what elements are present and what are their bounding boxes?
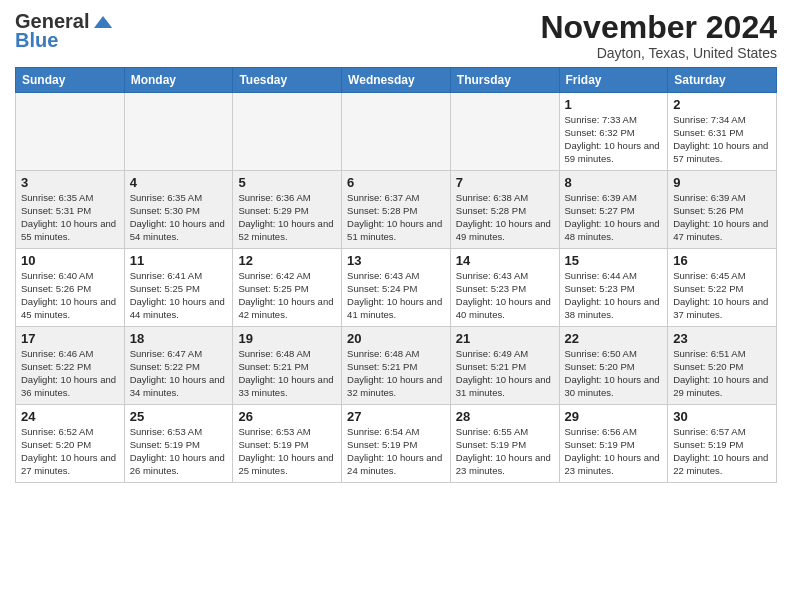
day-number: 14 [456, 253, 554, 268]
table-row [233, 93, 342, 171]
calendar-week-row: 1Sunrise: 7:33 AMSunset: 6:32 PMDaylight… [16, 93, 777, 171]
day-number: 3 [21, 175, 119, 190]
day-number: 27 [347, 409, 445, 424]
day-detail: Sunrise: 6:48 AMSunset: 5:21 PMDaylight:… [347, 348, 445, 399]
table-row: 3Sunrise: 6:35 AMSunset: 5:31 PMDaylight… [16, 171, 125, 249]
day-number: 6 [347, 175, 445, 190]
table-row: 11Sunrise: 6:41 AMSunset: 5:25 PMDayligh… [124, 249, 233, 327]
day-detail: Sunrise: 6:56 AMSunset: 5:19 PMDaylight:… [565, 426, 663, 477]
day-detail: Sunrise: 7:34 AMSunset: 6:31 PMDaylight:… [673, 114, 771, 165]
header-friday: Friday [559, 68, 668, 93]
table-row [450, 93, 559, 171]
day-detail: Sunrise: 6:47 AMSunset: 5:22 PMDaylight:… [130, 348, 228, 399]
table-row: 20Sunrise: 6:48 AMSunset: 5:21 PMDayligh… [342, 327, 451, 405]
day-detail: Sunrise: 6:45 AMSunset: 5:22 PMDaylight:… [673, 270, 771, 321]
day-detail: Sunrise: 6:42 AMSunset: 5:25 PMDaylight:… [238, 270, 336, 321]
header: General Blue November 2024 Dayton, Texas… [15, 10, 777, 61]
day-number: 9 [673, 175, 771, 190]
table-row: 8Sunrise: 6:39 AMSunset: 5:27 PMDaylight… [559, 171, 668, 249]
logo-blue: Blue [15, 29, 58, 52]
table-row: 13Sunrise: 6:43 AMSunset: 5:24 PMDayligh… [342, 249, 451, 327]
day-number: 19 [238, 331, 336, 346]
day-number: 11 [130, 253, 228, 268]
table-row: 12Sunrise: 6:42 AMSunset: 5:25 PMDayligh… [233, 249, 342, 327]
day-number: 2 [673, 97, 771, 112]
day-number: 12 [238, 253, 336, 268]
day-detail: Sunrise: 6:48 AMSunset: 5:21 PMDaylight:… [238, 348, 336, 399]
table-row: 6Sunrise: 6:37 AMSunset: 5:28 PMDaylight… [342, 171, 451, 249]
table-row: 14Sunrise: 6:43 AMSunset: 5:23 PMDayligh… [450, 249, 559, 327]
day-detail: Sunrise: 6:40 AMSunset: 5:26 PMDaylight:… [21, 270, 119, 321]
header-thursday: Thursday [450, 68, 559, 93]
table-row [342, 93, 451, 171]
day-detail: Sunrise: 6:50 AMSunset: 5:20 PMDaylight:… [565, 348, 663, 399]
day-number: 25 [130, 409, 228, 424]
table-row: 2Sunrise: 7:34 AMSunset: 6:31 PMDaylight… [668, 93, 777, 171]
table-row: 18Sunrise: 6:47 AMSunset: 5:22 PMDayligh… [124, 327, 233, 405]
calendar-header-row: Sunday Monday Tuesday Wednesday Thursday… [16, 68, 777, 93]
table-row: 17Sunrise: 6:46 AMSunset: 5:22 PMDayligh… [16, 327, 125, 405]
day-detail: Sunrise: 6:43 AMSunset: 5:23 PMDaylight:… [456, 270, 554, 321]
day-number: 24 [21, 409, 119, 424]
table-row: 21Sunrise: 6:49 AMSunset: 5:21 PMDayligh… [450, 327, 559, 405]
location: Dayton, Texas, United States [540, 45, 777, 61]
table-row: 1Sunrise: 7:33 AMSunset: 6:32 PMDaylight… [559, 93, 668, 171]
day-number: 18 [130, 331, 228, 346]
day-number: 30 [673, 409, 771, 424]
title-section: November 2024 Dayton, Texas, United Stat… [540, 10, 777, 61]
day-detail: Sunrise: 6:35 AMSunset: 5:30 PMDaylight:… [130, 192, 228, 243]
day-detail: Sunrise: 6:49 AMSunset: 5:21 PMDaylight:… [456, 348, 554, 399]
table-row: 29Sunrise: 6:56 AMSunset: 5:19 PMDayligh… [559, 405, 668, 483]
day-detail: Sunrise: 6:44 AMSunset: 5:23 PMDaylight:… [565, 270, 663, 321]
day-number: 20 [347, 331, 445, 346]
day-number: 28 [456, 409, 554, 424]
table-row: 26Sunrise: 6:53 AMSunset: 5:19 PMDayligh… [233, 405, 342, 483]
calendar-table: Sunday Monday Tuesday Wednesday Thursday… [15, 67, 777, 483]
day-number: 7 [456, 175, 554, 190]
header-sunday: Sunday [16, 68, 125, 93]
day-detail: Sunrise: 6:36 AMSunset: 5:29 PMDaylight:… [238, 192, 336, 243]
day-number: 1 [565, 97, 663, 112]
day-detail: Sunrise: 6:57 AMSunset: 5:19 PMDaylight:… [673, 426, 771, 477]
page-container: General Blue November 2024 Dayton, Texas… [0, 0, 792, 488]
table-row: 7Sunrise: 6:38 AMSunset: 5:28 PMDaylight… [450, 171, 559, 249]
table-row: 25Sunrise: 6:53 AMSunset: 5:19 PMDayligh… [124, 405, 233, 483]
day-number: 22 [565, 331, 663, 346]
day-detail: Sunrise: 6:37 AMSunset: 5:28 PMDaylight:… [347, 192, 445, 243]
table-row: 22Sunrise: 6:50 AMSunset: 5:20 PMDayligh… [559, 327, 668, 405]
day-number: 13 [347, 253, 445, 268]
calendar-week-row: 10Sunrise: 6:40 AMSunset: 5:26 PMDayligh… [16, 249, 777, 327]
day-number: 8 [565, 175, 663, 190]
header-tuesday: Tuesday [233, 68, 342, 93]
day-number: 17 [21, 331, 119, 346]
day-detail: Sunrise: 6:55 AMSunset: 5:19 PMDaylight:… [456, 426, 554, 477]
table-row: 10Sunrise: 6:40 AMSunset: 5:26 PMDayligh… [16, 249, 125, 327]
table-row: 24Sunrise: 6:52 AMSunset: 5:20 PMDayligh… [16, 405, 125, 483]
day-detail: Sunrise: 6:53 AMSunset: 5:19 PMDaylight:… [238, 426, 336, 477]
day-detail: Sunrise: 6:52 AMSunset: 5:20 PMDaylight:… [21, 426, 119, 477]
day-detail: Sunrise: 6:43 AMSunset: 5:24 PMDaylight:… [347, 270, 445, 321]
day-number: 5 [238, 175, 336, 190]
day-number: 10 [21, 253, 119, 268]
day-detail: Sunrise: 6:51 AMSunset: 5:20 PMDaylight:… [673, 348, 771, 399]
table-row [16, 93, 125, 171]
table-row: 4Sunrise: 6:35 AMSunset: 5:30 PMDaylight… [124, 171, 233, 249]
day-detail: Sunrise: 6:39 AMSunset: 5:26 PMDaylight:… [673, 192, 771, 243]
day-detail: Sunrise: 6:46 AMSunset: 5:22 PMDaylight:… [21, 348, 119, 399]
day-number: 26 [238, 409, 336, 424]
logo: General Blue [15, 10, 114, 52]
day-number: 29 [565, 409, 663, 424]
day-detail: Sunrise: 6:41 AMSunset: 5:25 PMDaylight:… [130, 270, 228, 321]
day-detail: Sunrise: 6:35 AMSunset: 5:31 PMDaylight:… [21, 192, 119, 243]
calendar-week-row: 24Sunrise: 6:52 AMSunset: 5:20 PMDayligh… [16, 405, 777, 483]
table-row: 28Sunrise: 6:55 AMSunset: 5:19 PMDayligh… [450, 405, 559, 483]
day-number: 16 [673, 253, 771, 268]
day-detail: Sunrise: 6:39 AMSunset: 5:27 PMDaylight:… [565, 192, 663, 243]
table-row: 5Sunrise: 6:36 AMSunset: 5:29 PMDaylight… [233, 171, 342, 249]
header-saturday: Saturday [668, 68, 777, 93]
day-number: 21 [456, 331, 554, 346]
table-row: 19Sunrise: 6:48 AMSunset: 5:21 PMDayligh… [233, 327, 342, 405]
month-title: November 2024 [540, 10, 777, 45]
table-row: 30Sunrise: 6:57 AMSunset: 5:19 PMDayligh… [668, 405, 777, 483]
table-row: 15Sunrise: 6:44 AMSunset: 5:23 PMDayligh… [559, 249, 668, 327]
